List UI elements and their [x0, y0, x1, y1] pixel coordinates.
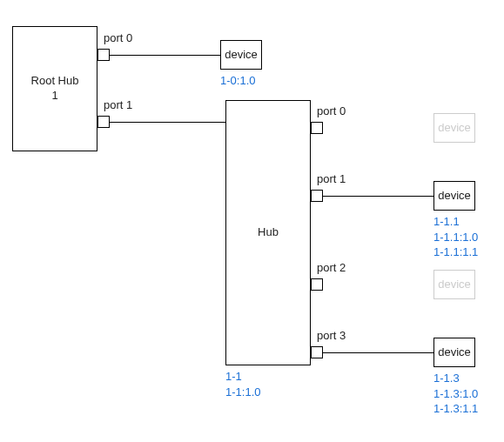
hub-port3-label: port 3: [317, 329, 346, 342]
wire-roothub-to-device0: [110, 55, 220, 56]
device3-label: device: [438, 345, 471, 360]
device-ghost-2-label: device: [438, 278, 471, 292]
hub-port1-stub: [311, 190, 323, 202]
root-hub-port1-stub: [97, 116, 110, 128]
wire-hub-to-dev3: [323, 352, 433, 353]
root-hub-label: Root Hub 1: [31, 74, 79, 104]
hub-label: Hub: [258, 225, 279, 240]
wire-hub-to-dev1: [323, 196, 433, 197]
device0-box: device: [220, 40, 262, 70]
device0-address: 1-0:1.0: [220, 73, 255, 89]
root-hub-port0-stub: [97, 49, 110, 61]
device3-address: 1-1.3 1-1.3:1.0 1-1.3:1.1: [433, 371, 478, 417]
hub-port3-stub: [311, 346, 323, 358]
hub-address: 1-1 1-1:1.0: [225, 369, 260, 399]
hub-port2-stub: [311, 278, 323, 291]
root-hub-port0-label: port 0: [104, 31, 132, 44]
device0-label: device: [225, 48, 258, 63]
device-ghost-0-label: device: [438, 121, 471, 136]
hub-box: Hub: [225, 100, 311, 365]
hub-port0-label: port 0: [317, 104, 346, 117]
hub-port1-label: port 1: [317, 172, 346, 185]
wire-roothub-to-hub: [110, 122, 225, 123]
device1-label: device: [438, 189, 471, 204]
hub-port0-stub: [311, 122, 323, 134]
hub-port2-label: port 2: [317, 261, 346, 274]
device-ghost-0-box: device: [433, 113, 475, 143]
device1-address: 1-1.1 1-1.1:1.0 1-1.1:1.1: [433, 214, 478, 260]
root-hub-box: Root Hub 1: [12, 26, 97, 151]
device-ghost-2-box: device: [433, 270, 475, 299]
device1-box: device: [433, 181, 475, 211]
usb-topology-diagram: Root Hub 1 port 0 device 1-0:1.0 port 1 …: [0, 0, 504, 442]
root-hub-port1-label: port 1: [104, 98, 132, 111]
device3-box: device: [433, 338, 475, 367]
